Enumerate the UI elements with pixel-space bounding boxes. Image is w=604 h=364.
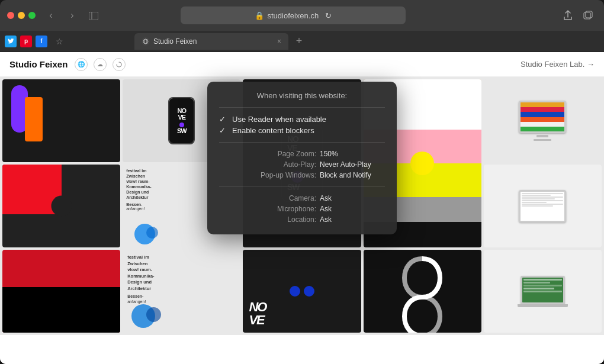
website-content: Studio Feixen 🌐 ☁ Studio Feixen Lab. → [0, 52, 604, 364]
site-header: Studio Feixen 🌐 ☁ Studio Feixen Lab. → [0, 52, 604, 77]
grid-item-11[interactable]: NOVE [243, 250, 361, 333]
zoom-value: 150% [320, 150, 385, 158]
svg-point-4 [143, 39, 148, 44]
page-content: Studio Feixen 🌐 ☁ Studio Feixen Lab. → [0, 52, 604, 364]
svg-rect-0 [89, 12, 98, 20]
popup-check-reader[interactable]: ✓ Use Reader when available [219, 114, 385, 125]
autoplay-label: Auto-Play: [257, 160, 316, 169]
popup-settings: Page Zoom: 150% Auto-Play: Never Auto-Pl… [219, 149, 385, 181]
popup-row-camera[interactable]: Camera: Ask [219, 193, 385, 204]
tab-favicon [142, 37, 150, 46]
popup-row-popup[interactable]: Pop-up Windows: Block and Notify [219, 170, 385, 181]
check-blockers-label: Enable content blockers [232, 126, 314, 135]
swirl-icon[interactable] [113, 58, 126, 71]
location-value: Ask [320, 215, 385, 224]
grid-item-1[interactable] [2, 79, 120, 162]
share-button[interactable] [559, 7, 577, 24]
cloud-icon[interactable]: ☁ [94, 58, 107, 71]
popup-permissions: Camera: Ask Microphone: Ask Location: As… [219, 193, 385, 225]
popup-divider-top [219, 107, 385, 108]
popup-divider-permissions [219, 186, 385, 187]
site-header-icons: 🌐 ☁ [75, 58, 126, 71]
site-lab-link[interactable]: Studio Feixen Lab. → [521, 60, 595, 69]
site-logo: Studio Feixen [9, 59, 68, 69]
grid-item-13[interactable] [484, 250, 602, 333]
new-tab-button[interactable]: + [291, 33, 307, 50]
orange-shape [25, 97, 43, 141]
maximize-button[interactable] [28, 12, 36, 19]
popup-row-location[interactable]: Location: Ask [219, 214, 385, 225]
lock-icon: 🔒 [255, 11, 264, 20]
favicon-pinterest[interactable]: p [20, 36, 32, 47]
grid-item-9[interactable] [2, 250, 120, 333]
nove-text: NOVE [249, 301, 266, 327]
popup-overlay: When visiting this website: ✓ Use Reader… [207, 82, 397, 234]
refresh-button[interactable]: ↻ [325, 11, 332, 20]
popup-row-zoom[interactable]: Page Zoom: 150% [219, 149, 385, 159]
tab-close-button[interactable]: × [277, 37, 281, 46]
grid-item-7[interactable] [484, 79, 602, 162]
popup-check-blockers[interactable]: ✓ Enable content blockers [219, 125, 385, 136]
active-tab[interactable]: Studio Feixen × [134, 33, 288, 50]
url-text: studiofeixen.ch [267, 11, 319, 20]
traffic-lights [7, 12, 36, 19]
popup-windows-value: Block and Notify [320, 171, 385, 179]
zoom-label: Page Zoom: [257, 150, 316, 158]
close-button[interactable] [7, 12, 14, 19]
check-reader-label: Use Reader when available [232, 115, 326, 124]
grid-item-10[interactable]: festival im Zwischen vlow! raum- Kommuni… [123, 250, 240, 333]
tab-duplicate-button[interactable] [579, 7, 597, 24]
location-label: Location: [257, 215, 316, 224]
check-reader-icon: ✓ [219, 115, 227, 124]
popup-row-mic[interactable]: Microphone: Ask [219, 204, 385, 214]
grid-item-8[interactable] [484, 165, 602, 247]
black-circle [51, 196, 72, 217]
title-bar: ‹ › 🔒 studiofeixen.ch ↻ [0, 0, 604, 31]
popup-row-autoplay[interactable]: Auto-Play: Never Auto-Play [219, 159, 385, 170]
popup-divider-mid [219, 142, 385, 143]
check-blockers-icon: ✓ [219, 126, 227, 135]
bookmarks-icon[interactable]: ☆ [56, 37, 63, 46]
camera-value: Ask [320, 194, 385, 202]
minimize-button[interactable] [18, 12, 25, 19]
browser-window: ‹ › 🔒 studiofeixen.ch ↻ [0, 0, 604, 364]
mic-value: Ask [320, 205, 385, 213]
forward-button[interactable]: › [64, 7, 81, 24]
mic-label: Microphone: [257, 205, 316, 213]
favicon-twitter[interactable] [5, 36, 17, 47]
tab-title: Studio Feixen [153, 37, 274, 46]
svg-point-5 [144, 39, 147, 44]
sidebar-button[interactable] [85, 7, 102, 24]
favicon-bar: p f [5, 36, 47, 47]
back-button[interactable]: ‹ [43, 7, 59, 24]
grid-item-3[interactable] [2, 165, 120, 247]
right-controls [559, 7, 597, 24]
popup-windows-label: Pop-up Windows: [257, 171, 316, 179]
address-bar[interactable]: 🔒 studiofeixen.ch ↻ [181, 7, 406, 24]
favicon-facebook[interactable]: f [36, 36, 47, 47]
globe-icon[interactable]: 🌐 [75, 58, 88, 71]
tab-bar: p f ☆ Studio Feixen × + [0, 31, 604, 52]
popup-title: When visiting this website: [219, 91, 385, 100]
grid-item-12[interactable] [364, 250, 481, 333]
camera-label: Camera: [257, 194, 316, 202]
autoplay-value: Never Auto-Play [320, 160, 385, 169]
